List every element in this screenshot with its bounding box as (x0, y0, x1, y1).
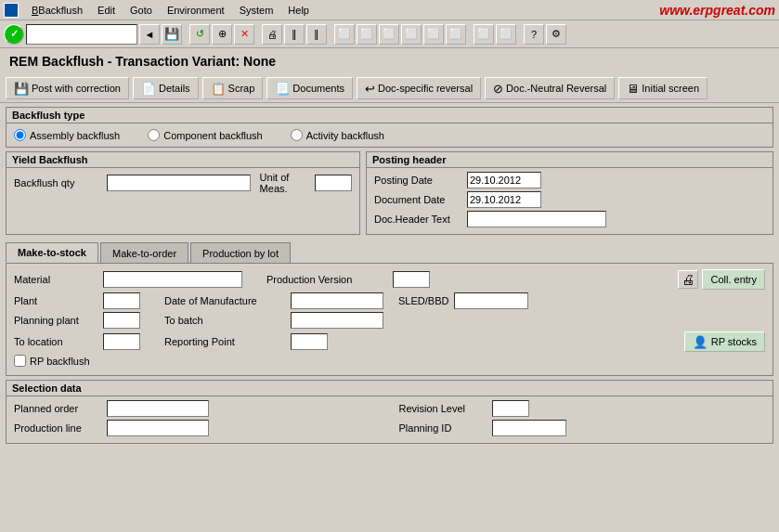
production-line-input[interactable] (107, 420, 209, 436)
settings-btn[interactable]: ⚙ (546, 24, 566, 45)
reporting-point-input[interactable] (291, 333, 328, 350)
planned-order-row: Planned order (14, 400, 381, 417)
date-of-manufacture-input[interactable] (291, 292, 383, 309)
scrap-icon: 📋 (211, 82, 226, 96)
production-line-label: Production line (14, 422, 107, 434)
menu-system[interactable]: System (232, 3, 281, 18)
prev-btn[interactable]: ◄ (139, 24, 160, 45)
rp-backflush-checkbox[interactable] (14, 355, 26, 367)
to-batch-input[interactable] (291, 312, 383, 329)
menu-backflush[interactable]: BBackflush (24, 3, 90, 18)
scrap-btn[interactable]: 📋 Scrap (202, 77, 264, 99)
rp-backflush-label: RP backflush (30, 356, 90, 367)
details-btn[interactable]: 📄 Details (133, 77, 199, 99)
to-location-input[interactable] (103, 333, 140, 350)
btn11[interactable]: ⬜ (423, 24, 444, 45)
btn9[interactable]: ⬜ (379, 24, 399, 45)
tab-make-to-order[interactable]: Make-to-order (100, 242, 188, 263)
command-input[interactable] (26, 24, 137, 45)
menu-environment[interactable]: Environment (160, 3, 232, 18)
refresh-btn[interactable]: ↺ (189, 24, 210, 45)
date-of-manufacture-label: Date of Manufacture (164, 295, 285, 306)
doc-reversal-btn[interactable]: ↩ Doc-specific reversal (357, 77, 481, 99)
screen-icon: 🖥 (627, 82, 639, 96)
backflush-type-section: Backflush type Assembly backflush Compon… (6, 107, 773, 148)
btn2[interactable]: ⊕ (212, 24, 232, 45)
doc-header-text-input[interactable] (467, 211, 606, 227)
yield-backflush-title: Yield Backflush (6, 152, 359, 168)
rp-stocks-btn[interactable]: 👤 RP stocks (684, 331, 765, 352)
btn6[interactable]: ‖ (306, 24, 327, 45)
selection-data-title: Selection data (6, 381, 773, 396)
tab-content-make-to-stock: Material Production Version 🖨 Coll. entr… (6, 263, 773, 376)
doc-header-text-row: Doc.Header Text (374, 211, 765, 227)
documents-icon: 📃 (275, 82, 290, 96)
action-bar: 💾 Post with correction 📄 Details 📋 Scrap… (0, 74, 779, 103)
sled-bbd-input[interactable] (454, 292, 528, 309)
btn3[interactable]: ✕ (234, 24, 254, 45)
tab-production-by-lot[interactable]: Production by lot (190, 242, 291, 263)
backflush-type-group: Assembly backflush Component backflush A… (6, 123, 773, 147)
person-icon: 👤 (693, 335, 708, 349)
production-version-label: Production Version (266, 274, 387, 285)
tabs-container: Make-to-stock Make-to-order Production b… (6, 242, 773, 263)
planned-order-input[interactable] (107, 400, 209, 417)
to-location-label: To location (14, 336, 97, 347)
material-input[interactable] (103, 271, 242, 288)
btn8[interactable]: ⬜ (357, 24, 377, 45)
brand-text: www.erpgreat.com (659, 3, 775, 18)
help-btn[interactable]: ? (524, 24, 544, 45)
backflush-qty-input[interactable] (107, 175, 251, 191)
btn14[interactable]: ⬜ (496, 24, 516, 45)
unit-meas-label: Unit of Meas. (260, 172, 311, 194)
menu-edit[interactable]: Edit (90, 3, 123, 18)
document-date-input[interactable] (467, 191, 541, 208)
btn12[interactable]: ⬜ (446, 24, 466, 45)
btn13[interactable]: ⬜ (474, 24, 494, 45)
posting-date-label: Posting Date (374, 175, 467, 186)
plant-input[interactable] (103, 292, 140, 309)
posting-date-row: Posting Date (374, 172, 765, 188)
menu-help[interactable]: Help (280, 3, 317, 18)
planning-id-input[interactable] (492, 420, 566, 436)
menu-goto[interactable]: Goto (123, 3, 160, 18)
revision-level-label: Revision Level (399, 403, 492, 414)
tab-make-to-stock[interactable]: Make-to-stock (6, 242, 98, 263)
backflush-type-title: Backflush type (6, 108, 773, 123)
planning-plant-input[interactable] (103, 312, 140, 329)
planning-id-row: Planning ID (399, 420, 766, 436)
post-with-correction-btn[interactable]: 💾 Post with correction (6, 77, 129, 99)
coll-entry-btn[interactable]: Coll. entry (702, 269, 765, 290)
btn10[interactable]: ⬜ (401, 24, 422, 45)
activity-backflush-option[interactable]: Activity backflush (291, 129, 384, 141)
save-btn[interactable]: 💾 (162, 24, 182, 45)
neutral-reversal-btn[interactable]: ⊘ Doc.-Neutral Reversal (485, 77, 615, 99)
btn7[interactable]: ⬜ (334, 24, 355, 45)
btn5[interactable]: ‖ (284, 24, 305, 45)
assembly-backflush-option[interactable]: Assembly backflush (14, 129, 120, 141)
production-line-row: Production line (14, 420, 381, 436)
documents-btn[interactable]: 📃 Documents (266, 77, 353, 99)
main-content: Backflush type Assembly backflush Compon… (0, 103, 779, 451)
menu-bar: BBackflush Edit Goto Environment System … (0, 0, 779, 20)
plant-label: Plant (14, 295, 97, 306)
posting-header-title: Posting header (367, 152, 773, 168)
revision-level-input[interactable] (492, 400, 529, 417)
print-btn[interactable]: 🖨 (262, 24, 282, 45)
planning-plant-label: Planning plant (14, 315, 97, 326)
neutral-icon: ⊘ (493, 82, 503, 96)
page-title: REM Backflush - Transaction Variant: Non… (0, 48, 779, 74)
check-btn[interactable]: ✓ (4, 24, 24, 45)
document-date-label: Document Date (374, 194, 467, 205)
planning-id-label: Planning ID (399, 422, 492, 434)
production-version-input[interactable] (393, 271, 430, 288)
backflush-qty-row: Backflush qty Unit of Meas. (14, 172, 352, 194)
toolbar: ✓ ◄ 💾 ↺ ⊕ ✕ 🖨 ‖ ‖ ⬜ ⬜ ⬜ ⬜ ⬜ ⬜ ⬜ ⬜ ? ⚙ (0, 20, 779, 48)
component-backflush-option[interactable]: Component backflush (148, 129, 262, 141)
posting-date-input[interactable] (467, 172, 541, 188)
planned-order-label: Planned order (14, 403, 107, 414)
app-icon (4, 3, 19, 18)
reporting-point-label: Reporting Point (164, 336, 285, 347)
unit-meas-input[interactable] (315, 175, 352, 191)
initial-screen-btn[interactable]: 🖥 Initial screen (618, 77, 708, 99)
